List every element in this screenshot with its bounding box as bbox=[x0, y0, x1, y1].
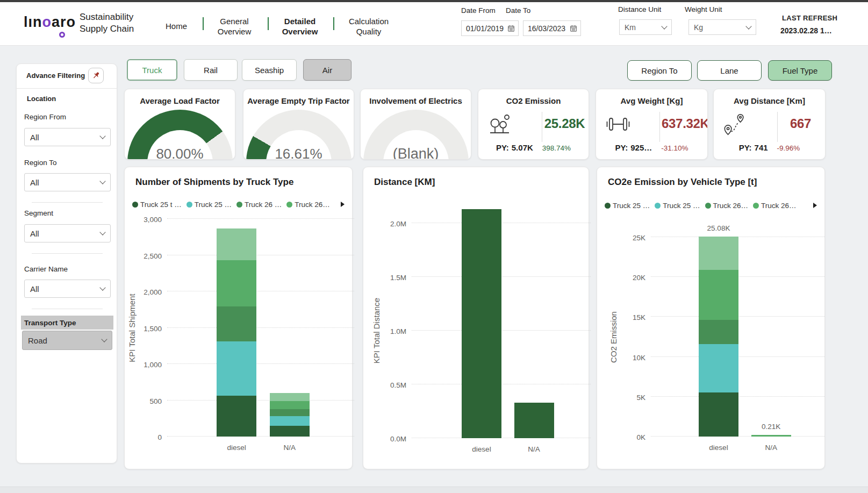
transport-type-label-text: Transport Type bbox=[24, 319, 76, 327]
transport-type-select[interactable]: Road bbox=[22, 331, 112, 350]
pin-filter-button[interactable] bbox=[88, 68, 104, 83]
calendar-icon[interactable] bbox=[570, 25, 577, 32]
app-title-line1: Sustainability bbox=[80, 11, 134, 23]
logo-g-circle: o bbox=[42, 14, 52, 30]
bar-N/A[interactable] bbox=[751, 435, 791, 437]
breakdown-lane-button[interactable]: Lane bbox=[697, 60, 762, 81]
breakdown-fuel-type-button[interactable]: Fuel Type bbox=[768, 60, 832, 81]
legend-item[interactable]: Truck 25 t … bbox=[132, 201, 182, 209]
bar-diesel[interactable] bbox=[462, 209, 501, 438]
bar-segment[interactable] bbox=[270, 416, 310, 426]
filter-underline bbox=[32, 309, 103, 309]
bar-segment[interactable] bbox=[217, 306, 256, 341]
bar-segment[interactable] bbox=[270, 393, 310, 401]
bar-segment[interactable] bbox=[514, 403, 554, 438]
y-tick-label: 3,000 bbox=[132, 216, 162, 224]
weight-unit-select[interactable]: Kg bbox=[688, 19, 756, 35]
sidebar-divider bbox=[17, 88, 117, 89]
legend-scroll-arrow-icon[interactable] bbox=[341, 202, 345, 207]
bar-segment[interactable] bbox=[270, 426, 310, 437]
y-tick-label: 500 bbox=[132, 397, 162, 405]
legend-item[interactable]: Truck 26… bbox=[286, 201, 330, 209]
kpi-title: Avg Distance [Km] bbox=[714, 96, 825, 105]
bar-diesel[interactable] bbox=[699, 237, 738, 437]
legend-label: Truck 25 … bbox=[195, 201, 232, 209]
chevron-down-icon bbox=[745, 23, 751, 29]
kpi-py-label: PY: bbox=[739, 143, 752, 152]
filter-select-region-from[interactable]: All bbox=[24, 128, 111, 146]
electrics-gauge[interactable]: (Blank) bbox=[363, 110, 469, 160]
legend-scroll-arrow-icon[interactable] bbox=[813, 203, 817, 208]
bar-segment[interactable] bbox=[462, 209, 501, 438]
filter-select-segment[interactable]: All bbox=[24, 224, 111, 242]
nav-calculation-quality[interactable]: Calculation Quality bbox=[346, 16, 392, 37]
bar-segment[interactable] bbox=[699, 344, 738, 393]
bar-segment[interactable] bbox=[217, 260, 256, 306]
empty-trip-gauge[interactable]: 16.61% bbox=[246, 110, 351, 160]
filter-underline bbox=[32, 202, 103, 203]
tab-rail[interactable]: Rail bbox=[184, 59, 238, 81]
gauge-title: Average Load Factor bbox=[125, 96, 235, 105]
legend-item[interactable]: Truck 25 … bbox=[655, 202, 700, 210]
legend-dot bbox=[605, 203, 611, 209]
tab-air[interactable]: Air bbox=[303, 59, 351, 81]
legend-item[interactable]: Truck 25 … bbox=[605, 202, 650, 210]
kpi-py-row: PY: 741 -9.96% bbox=[714, 143, 825, 152]
legend-label: Truck 26… bbox=[761, 202, 797, 210]
date-from-input[interactable]: 01/01/2019 bbox=[461, 20, 519, 36]
filter-select-carrier-name[interactable]: All bbox=[24, 280, 111, 298]
bar-diesel[interactable] bbox=[217, 228, 256, 437]
filter-value: All bbox=[30, 284, 39, 294]
bar-N/A[interactable] bbox=[270, 393, 310, 437]
bar-segment[interactable] bbox=[217, 228, 256, 260]
nav-detailed-overview[interactable]: Detailed Overview bbox=[277, 16, 322, 37]
bar-segment[interactable] bbox=[699, 237, 738, 270]
legend-item[interactable]: Truck 25 … bbox=[186, 201, 232, 209]
kpi-title: Avg Weight [Kg] bbox=[596, 96, 707, 105]
bar-segment[interactable] bbox=[270, 401, 310, 409]
legend-label: Truck 25 … bbox=[613, 202, 650, 210]
kpi-title: CO2 Emission bbox=[478, 96, 589, 105]
logo-descender-ring bbox=[59, 32, 65, 38]
nav-home[interactable]: Home bbox=[161, 21, 192, 31]
tab-seaship[interactable]: Seaship bbox=[242, 59, 297, 81]
filter-label-region-to: Region To bbox=[24, 159, 57, 167]
bar-N/A[interactable] bbox=[514, 403, 554, 438]
y-tick-label: 0 bbox=[132, 433, 162, 441]
calendar-icon[interactable] bbox=[507, 25, 515, 32]
bar-segment[interactable] bbox=[699, 392, 738, 437]
y-tick-label: 25K bbox=[615, 234, 645, 242]
bar-segment[interactable] bbox=[751, 435, 791, 437]
tab-truck[interactable]: Truck bbox=[127, 59, 177, 81]
bar-segment[interactable] bbox=[699, 320, 738, 344]
legend-dot bbox=[705, 203, 711, 209]
transport-type-value: Road bbox=[28, 336, 47, 345]
bar-segment[interactable] bbox=[217, 341, 256, 396]
date-to-label: Date To bbox=[506, 6, 530, 15]
bar-segment[interactable] bbox=[270, 409, 310, 417]
gridline bbox=[167, 218, 354, 219]
app-header: lınoaro Sustainability Supply Chain Home… bbox=[0, 2, 868, 46]
chevron-down-icon bbox=[99, 229, 105, 235]
app-title-line2: Supply Chain bbox=[80, 23, 134, 35]
breakdown-region-to-button[interactable]: Region To bbox=[627, 60, 692, 81]
gauge-card-electrics: Involvement of Electrics (Blank) bbox=[360, 89, 471, 160]
filter-label-segment: Segment bbox=[24, 209, 53, 217]
y-tick-label: 0K bbox=[615, 433, 645, 441]
distance-unit-select[interactable]: Km bbox=[619, 19, 672, 35]
filter-select-region-to[interactable]: All bbox=[24, 173, 111, 191]
bar-data-label: 25.08K bbox=[707, 224, 730, 232]
bar-segment[interactable] bbox=[699, 270, 738, 320]
legend-item[interactable]: Truck 26 … bbox=[236, 201, 282, 209]
kpi-value: 25.28K bbox=[544, 116, 585, 131]
legend-item[interactable]: Truck 26… bbox=[705, 202, 749, 210]
filter-label-carrier-name: Carrier Name bbox=[24, 265, 68, 273]
date-to-input[interactable]: 16/03/2023 bbox=[523, 20, 581, 36]
legend-dot bbox=[236, 202, 242, 208]
bar-segment[interactable] bbox=[217, 396, 256, 437]
legend-item[interactable]: Truck 26… bbox=[753, 202, 797, 210]
load-factor-gauge[interactable]: 80.00% bbox=[127, 110, 233, 160]
chart-title: Number of Shipments by Truck Type bbox=[135, 177, 293, 188]
chevron-down-icon bbox=[99, 133, 105, 139]
nav-general-overview[interactable]: General Overview bbox=[212, 16, 257, 37]
